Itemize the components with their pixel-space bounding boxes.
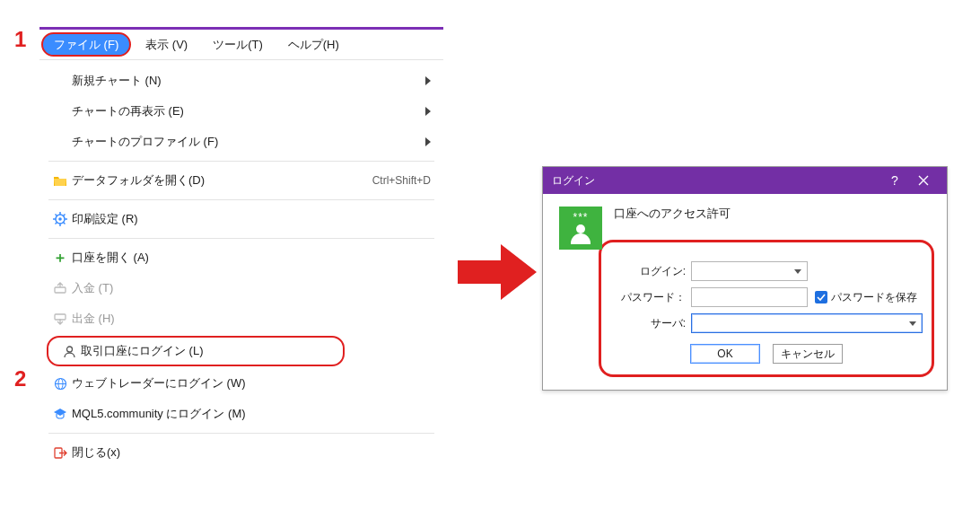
menu-deposit-label: 入金 (T): [72, 280, 431, 296]
withdraw-icon: [48, 312, 72, 325]
menu-open-datafolder-shortcut: Ctrl+Shift+D: [372, 174, 431, 187]
svg-point-1: [58, 217, 62, 221]
password-input[interactable]: [691, 287, 808, 307]
menu-login-trade-label: 取引口座にログイン (L): [81, 343, 330, 359]
menu-open-datafolder[interactable]: データフォルダを開く(D) Ctrl+Shift+D: [39, 165, 443, 196]
graduation-icon: [48, 408, 72, 420]
menu-open-account[interactable]: ＋ 口座を開く (A): [39, 242, 443, 273]
menu-open-account-label: 口座を開く (A): [72, 250, 431, 266]
file-dropdown: 新規チャート (N) チャートの再表示 (E) チャートのプロファイル (F) …: [39, 60, 443, 473]
avatar-icon: ***: [559, 207, 602, 250]
close-button[interactable]: [909, 167, 938, 194]
menu-separator: [48, 238, 434, 239]
menu-login-web-label: ウェブトレーダーにログイン (W): [72, 375, 431, 391]
menu-separator: [48, 433, 434, 434]
server-label: サーバ:: [610, 316, 691, 331]
menu-deposit[interactable]: 入金 (T): [39, 273, 443, 303]
menu-chart-profile-label: チャートのプロファイル (F): [72, 134, 425, 150]
step-marker-1: 1: [14, 27, 26, 52]
password-label: パスワード：: [610, 290, 691, 305]
dialog-titlebar: ログイン ?: [543, 167, 947, 194]
menu-close[interactable]: 閉じる(x): [39, 437, 443, 468]
menu-reshow-chart[interactable]: チャートの再表示 (E): [39, 96, 443, 127]
menu-withdraw-label: 出金 (H): [72, 311, 431, 327]
step-marker-2: 2: [14, 366, 26, 391]
svg-line-7: [64, 223, 66, 224]
save-password-label: パスワードを保存: [831, 290, 917, 305]
menu-withdraw[interactable]: 出金 (H): [39, 303, 443, 334]
server-combobox[interactable]: [691, 313, 923, 333]
folder-icon: [48, 174, 72, 187]
help-button[interactable]: ?: [880, 167, 909, 194]
menu-login-web[interactable]: ウェブトレーダーにログイン (W): [39, 368, 443, 399]
gear-icon: [48, 212, 72, 226]
menu-reshow-chart-label: チャートの再表示 (E): [72, 103, 425, 119]
menu-window: ファイル (F) 表示 (V) ツール(T) ヘルプ(H) 新規チャート (N)…: [39, 27, 443, 473]
save-password-checkbox[interactable]: パスワードを保存: [815, 290, 917, 305]
svg-point-12: [66, 347, 72, 352]
submenu-caret-icon: [425, 107, 431, 116]
login-label: ログイン:: [610, 264, 691, 279]
person-icon: [57, 345, 81, 358]
globe-icon: [48, 377, 72, 391]
login-combobox[interactable]: [691, 261, 808, 281]
submenu-caret-icon: [425, 76, 431, 85]
menu-separator: [48, 199, 434, 200]
menubar-help[interactable]: ヘルプ(H): [276, 30, 352, 59]
menu-login-mql5[interactable]: MQL5.community にログイン (M): [39, 399, 443, 429]
checkbox-checked-icon: [815, 291, 827, 303]
menu-login-mql5-label: MQL5.community にログイン (M): [72, 406, 431, 422]
arrow-icon: [458, 242, 537, 304]
svg-rect-10: [55, 287, 66, 293]
menubar-file[interactable]: ファイル (F): [41, 32, 131, 57]
dialog-title: ログイン: [552, 173, 880, 189]
menu-separator: [48, 161, 434, 162]
menu-print-setup-label: 印刷設定 (R): [72, 211, 431, 227]
menubar: ファイル (F) 表示 (V) ツール(T) ヘルプ(H): [39, 30, 443, 60]
menu-print-setup[interactable]: 印刷設定 (R): [39, 204, 443, 234]
deposit-icon: [48, 282, 72, 295]
menu-open-datafolder-label: データフォルダを開く(D): [72, 172, 372, 189]
svg-line-6: [56, 215, 57, 216]
submenu-caret-icon: [425, 137, 431, 146]
menu-close-label: 閉じる(x): [72, 444, 431, 461]
menu-new-chart[interactable]: 新規チャート (N): [39, 66, 443, 96]
menubar-view[interactable]: 表示 (V): [133, 30, 200, 59]
plus-icon: ＋: [48, 249, 72, 268]
login-dialog: ログイン ? *** 口座へのアクセス許可 ログイン: パスワード：: [542, 166, 948, 391]
login-form: ログイン: パスワード： パスワードを保存 サーバ: OK キャン: [599, 240, 934, 377]
access-permission-label: 口座へのアクセス許可: [614, 207, 934, 222]
svg-line-9: [56, 223, 57, 224]
menu-new-chart-label: 新規チャート (N): [72, 73, 425, 89]
svg-line-8: [64, 215, 66, 216]
menubar-tools[interactable]: ツール(T): [200, 30, 276, 59]
menu-chart-profile[interactable]: チャートのプロファイル (F): [39, 127, 443, 157]
cancel-button[interactable]: キャンセル: [773, 344, 843, 364]
exit-icon: [48, 446, 72, 460]
menu-login-trade[interactable]: 取引口座にログイン (L): [47, 336, 345, 366]
ok-button[interactable]: OK: [690, 344, 760, 364]
dialog-body: *** 口座へのアクセス許可 ログイン: パスワード： パスワードを保存: [543, 194, 947, 390]
